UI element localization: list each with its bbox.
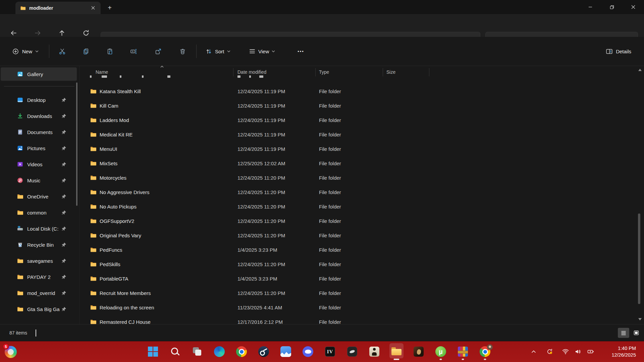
file-row-ladders-mod[interactable]: Ladders Mod12/24/2025 11:19 PMFile folde… [79, 113, 637, 127]
sidebar-item-recycle-bin[interactable]: Recycle Bin [0, 237, 79, 253]
tab-close-icon[interactable] [89, 4, 97, 12]
file-row-original-peds-vary[interactable]: Original Peds Vary12/24/2025 11:20 PMFil… [79, 228, 637, 242]
taskbar-character-app-icon[interactable] [363, 342, 385, 361]
folder-icon [90, 88, 97, 95]
file-row-motorcycles[interactable]: Motorcycles12/24/2025 11:20 PMFile folde… [79, 170, 637, 185]
sidebar-item-label: common [27, 210, 47, 216]
restore-button[interactable] [601, 0, 623, 14]
file-row-kill-cam[interactable]: Kill Cam12/24/2025 11:19 PMFile folder [79, 98, 637, 113]
tray-wifi[interactable] [560, 346, 571, 358]
scroll-up-arrow[interactable] [638, 69, 642, 71]
sidebar-item-pictures[interactable]: Pictures [0, 140, 79, 156]
taskbar-clock[interactable]: 1:40 PM 12/26/2025 [611, 345, 636, 358]
minimize-button[interactable] [580, 0, 601, 14]
desktop-icon [17, 97, 23, 103]
details-pane-button[interactable]: Details [602, 44, 635, 59]
taskbar-edge-icon[interactable] [208, 342, 230, 361]
sidebar-item-mod-overrid[interactable]: mod_overrid [0, 285, 79, 301]
winrar-icon [458, 347, 468, 357]
file-row-portablegta[interactable]: PortableGTA1/4/2025 3:23 PMFile folder [79, 271, 637, 286]
view-button[interactable]: View [245, 44, 279, 59]
sidebar-item-label: savegames [27, 258, 53, 264]
tray-chevron-up[interactable] [528, 346, 539, 358]
cut-button[interactable] [54, 44, 70, 59]
pin-icon [61, 275, 66, 280]
game-app-icon [414, 347, 424, 357]
taskbar-discord-icon[interactable] [297, 342, 319, 361]
file-row-reloading-on-the-screen[interactable]: Reloading on the screen11/23/2025 4:41 A… [79, 300, 637, 314]
taskbar-task-view-icon[interactable] [186, 342, 208, 361]
copy-button[interactable] [78, 44, 94, 59]
sidebar-item-documents[interactable]: Documents [0, 124, 79, 140]
sidebar-item-label: Videos [27, 162, 43, 167]
file-row-menuui[interactable]: MenuUI12/24/2025 11:19 PMFile folder [79, 141, 637, 156]
sidebar-item-downloads[interactable]: Downloads [0, 108, 79, 124]
file-row-katana-stealth-kill[interactable]: Katana Stealth Kill12/24/2025 11:19 PMFi… [79, 84, 637, 98]
sidebar-item-local-disk-c[interactable]: Local Disk (C: [0, 221, 79, 237]
taskbar-file-explorer-icon[interactable] [385, 342, 408, 361]
share-button[interactable] [150, 44, 166, 59]
new-button[interactable]: New [7, 44, 43, 59]
taskbar-start-icon[interactable] [142, 342, 164, 361]
taskbar-dark-app-icon[interactable] [341, 342, 363, 361]
taskbar-winrar-icon[interactable] [452, 342, 474, 361]
file-row-ogfsupportv2[interactable]: OGFSupportV212/24/2025 11:20 PMFile fold… [79, 214, 637, 228]
large-icons-view-toggle[interactable] [631, 328, 642, 338]
details-view-toggle[interactable] [618, 328, 629, 338]
tray-volume[interactable] [572, 346, 584, 358]
more-options-button[interactable]: ••• [291, 44, 310, 59]
taskbar-photos-icon[interactable] [275, 342, 297, 361]
file-row-recruit-more-members[interactable]: Recruit More Members12/24/2025 11:20 PMF… [79, 286, 637, 300]
sidebar-item-onedrive[interactable]: OneDrive [0, 188, 79, 204]
file-row-pedfuncs[interactable]: PedFuncs1/4/2025 3:23 PMFile folder [79, 242, 637, 257]
paste-button[interactable] [102, 44, 117, 59]
delete-button[interactable] [175, 44, 190, 59]
close-button[interactable] [623, 0, 644, 14]
file-row-mixsets[interactable]: MixSets12/25/2025 12:02 AMFile folder [79, 156, 637, 170]
sort-button[interactable]: Sort [201, 44, 234, 59]
start-icon [148, 346, 158, 357]
taskbar-steam-icon[interactable] [253, 342, 275, 361]
pin-icon [61, 307, 66, 312]
file-row-pedskills[interactable]: PedSkills12/24/2025 11:20 PMFile folder [79, 257, 637, 271]
taskbar-chrome-icon[interactable] [230, 342, 253, 361]
column-header-type[interactable]: Type [319, 66, 329, 78]
profile-badge [487, 344, 493, 350]
explorer-tab[interactable]: modloader [15, 2, 101, 14]
sidebar-item-desktop[interactable]: Desktop [0, 92, 79, 108]
recycle-bin-icon [17, 241, 23, 248]
sidebar-item-common[interactable]: common [0, 204, 79, 221]
column-divider[interactable] [383, 68, 383, 76]
taskbar-game-app-icon[interactable] [408, 342, 430, 361]
file-row-no-auto-pickups[interactable]: No Auto Pickups12/24/2025 11:20 PMFile f… [79, 199, 637, 214]
explorer-body: Gallery Desktop Downloads Documents Pict… [0, 66, 644, 324]
column-divider[interactable] [233, 68, 233, 76]
taskbar-chrome-profile-icon[interactable] [474, 342, 496, 361]
sidebar-item-gallery[interactable]: Gallery [1, 67, 77, 81]
tray-battery[interactable] [585, 346, 596, 358]
file-name: PedFuncs [100, 247, 122, 252]
file-row-medical-kit-re[interactable]: Medical Kit RE12/24/2025 11:19 PMFile fo… [79, 127, 637, 141]
file-row-remastered-cj-house[interactable]: Remastered CJ House12/17/2016 2:12 PMFil… [79, 314, 637, 324]
sidebar-item-videos[interactable]: Videos [0, 156, 79, 172]
taskbar-iv-app-icon[interactable]: IV [319, 342, 341, 361]
scroll-down-arrow[interactable] [638, 318, 642, 320]
sidebar-item-gta-sa-big-ga[interactable]: Gta Sa Big Ga [0, 301, 79, 317]
vertical-scrollbar[interactable] [638, 214, 640, 304]
file-row-no-aggressive-drivers[interactable]: No Aggressive Drivers12/24/2025 11:20 PM… [79, 185, 637, 199]
taskbar-utorrent-icon[interactable]: µ [430, 342, 452, 361]
widgets-button[interactable]: 5 [3, 344, 18, 359]
column-header-size[interactable]: Size [386, 66, 395, 78]
new-tab-button[interactable]: + [105, 3, 115, 13]
file-type: File folder [319, 218, 341, 224]
folder-icon [17, 274, 23, 280]
sidebar-item-savegames[interactable]: savegames [0, 253, 79, 269]
column-divider[interactable] [429, 68, 429, 76]
sidebar-item-music[interactable]: Music [0, 172, 79, 188]
tray-sync[interactable] [544, 346, 555, 358]
column-divider[interactable] [315, 68, 316, 76]
sidebar-scrollbar[interactable] [76, 82, 77, 206]
rename-button[interactable]: A [126, 44, 141, 59]
taskbar-search-icon[interactable] [164, 342, 186, 361]
sidebar-item-payday-2[interactable]: PAYDAY 2 [0, 269, 79, 285]
